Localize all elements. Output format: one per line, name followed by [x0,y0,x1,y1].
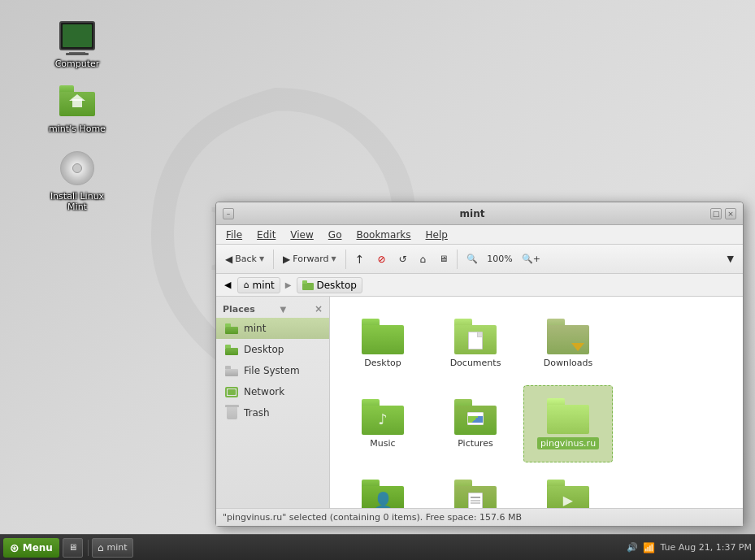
status-text: "pingvinus.ru" selected (containing 0 it… [223,512,522,523]
sidebar-network-icon [224,384,239,399]
file-label-music: Music [370,438,395,449]
sidebar-item-filesystem[interactable]: File System [216,360,329,381]
zoom-in-button[interactable]: 🔍+ [516,250,546,267]
zoom-out-button[interactable]: 🔍 [461,250,484,267]
sidebar-filesystem-icon [224,363,239,378]
taskbar-volume-icon[interactable]: 🔊 [627,542,638,553]
sidebar: Places ▼ × mint Desktop File Sy [216,297,330,508]
file-item-templates[interactable]: Templates [431,466,520,508]
taskbar-desktop-btn[interactable]: 🖥 [63,538,83,558]
computer-desktop-icon[interactable]: Computer [45,16,110,69]
home-icon-label: mint's Home [49,124,106,134]
zoom-level: 100% [487,254,512,264]
file-item-documents[interactable]: Documents [431,305,520,382]
sidebar-trash-icon [224,406,239,420]
content-area: Places ▼ × mint Desktop File Sy [216,297,743,508]
taskbar-network-icon[interactable]: 📶 [643,542,655,553]
svg-rect-1 [302,283,314,290]
install-icon-label: Install Linux Mint [45,191,110,212]
zoom-controls: 🔍 100% 🔍+ [461,250,546,267]
location-separator: ▶ [285,280,292,289]
location-bar: ◀ ⌂ mint ▶ Desktop [216,274,743,297]
menu-go[interactable]: Go [322,228,349,242]
file-grid: Desktop Documents [330,297,743,508]
sidebar-desktop-icon [224,342,239,357]
sidebar-mint-icon [224,321,239,336]
taskbar-menu-button[interactable]: ⊛ Menu [3,538,59,558]
home-button[interactable]: ⌂ [414,250,432,268]
sidebar-item-desktop[interactable]: Desktop [216,339,329,360]
view-options-button[interactable]: ▼ [722,250,740,267]
taskbar-time: Tue Aug 21, 1:37 PM [660,542,752,553]
file-label-documents: Documents [450,358,501,368]
back-button[interactable]: ◀ Back ▼ [219,250,270,268]
refresh-button[interactable]: ↺ [393,250,413,268]
taskbar-menu-label: Menu [23,542,53,553]
title-bar: – mint □ × [216,202,743,225]
up-button[interactable]: ↑ [349,250,371,269]
file-label-pingvinus: pingvinus.ru [537,437,599,449]
location-current[interactable]: Desktop [297,277,363,293]
toolbar: ◀ Back ▼ ▶ Forward ▼ ↑ ⊘ ↺ ⌂ 🖥 🔍 100% [216,245,743,274]
taskbar-mint-window-btn[interactable]: ⌂ mint [92,538,133,558]
file-manager-window: – mint □ × File Edit View Go Bookmarks H… [215,202,744,527]
taskbar: ⊛ Menu 🖥 ⌂ mint 🔊 📶 Tue Aug 21, 1:37 PM [0,534,755,560]
menu-view[interactable]: View [284,228,319,242]
sidebar-header: Places ▼ × [216,300,329,318]
window-title: mint [234,208,710,219]
menu-help[interactable]: Help [419,228,454,242]
forward-button[interactable]: ▶ Forward ▼ [277,250,342,268]
menu-bar: File Edit View Go Bookmarks Help [216,225,743,245]
sidebar-item-trash[interactable]: Trash [216,402,329,423]
sidebar-item-mint[interactable]: mint [216,318,329,339]
menu-file[interactable]: File [219,228,249,242]
location-home[interactable]: ⌂ mint [237,277,280,293]
home-desktop-icon[interactable]: mint's Home [45,81,110,134]
file-item-public[interactable]: 👤 Public [338,466,427,508]
menu-bookmarks[interactable]: Bookmarks [349,228,417,242]
file-item-videos[interactable]: ▶ Videos [523,466,613,508]
sidebar-item-network[interactable]: Network [216,381,329,402]
close-button[interactable]: × [725,208,736,219]
minimize-button[interactable]: – [223,208,234,219]
sidebar-arrow[interactable]: ▼ [280,305,287,314]
file-item-pictures[interactable]: Pictures [431,385,520,462]
stop-button[interactable]: ⊘ [371,250,391,268]
file-item-desktop[interactable]: Desktop [338,305,427,382]
taskbar-right: 🔊 📶 Tue Aug 21, 1:37 PM [627,542,752,553]
status-bar: "pingvinus.ru" selected (containing 0 it… [216,508,743,526]
menu-edit[interactable]: Edit [250,228,282,242]
computer-icon-label: Computer [55,59,100,69]
file-label-downloads: Downloads [544,358,592,368]
file-item-downloads[interactable]: Downloads [523,305,613,382]
file-item-pingvinus[interactable]: pingvinus.ru [523,385,613,462]
maximize-button[interactable]: □ [710,208,722,219]
file-label-pictures: Pictures [458,438,493,449]
svg-rect-2 [302,280,307,284]
file-item-music[interactable]: ♪ Music [338,385,427,462]
taskbar-mint-label: mint [107,542,128,553]
file-label-desktop: Desktop [364,358,401,368]
sidebar-close[interactable]: × [315,303,323,315]
nav-prev-button[interactable]: ◀ [221,278,234,292]
computer-button[interactable]: 🖥 [433,250,453,267]
install-desktop-icon[interactable]: Install Linux Mint [45,149,110,212]
